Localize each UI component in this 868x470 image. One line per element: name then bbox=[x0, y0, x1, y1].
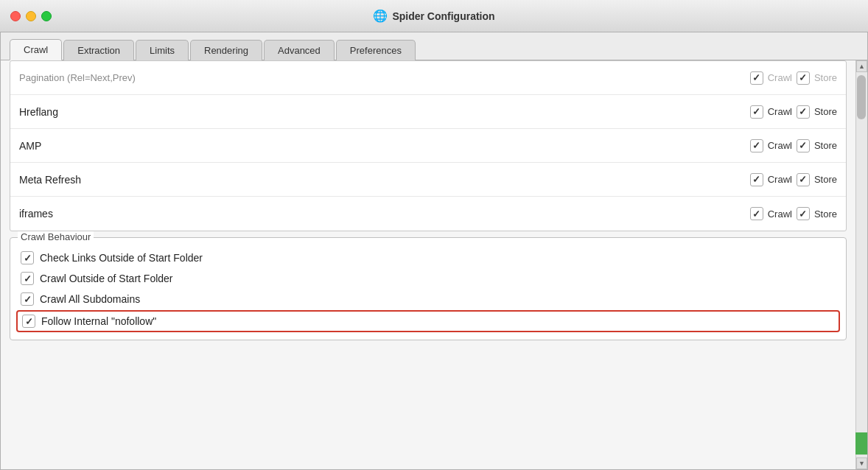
row-controls-hreflang: Crawl Store bbox=[750, 105, 837, 119]
scrollbar-track bbox=[855, 60, 867, 469]
store-checkbox-pagination[interactable] bbox=[797, 71, 810, 85]
crawl-checkbox-meta-refresh[interactable] bbox=[750, 173, 763, 186]
crawl-checkbox-amp[interactable] bbox=[750, 139, 763, 152]
traffic-lights bbox=[10, 11, 52, 21]
crawl-behaviour-section: Crawl Behaviour Check Links Outside of S… bbox=[10, 237, 847, 340]
main-panel: Pagination (Rel=Next,Prev) Crawl Store H… bbox=[1, 60, 867, 469]
section-legend-crawl-behaviour: Crawl Behaviour bbox=[18, 231, 94, 242]
table-row: Hreflang Crawl Store bbox=[10, 95, 846, 129]
crawl-all-subdomains-checkbox[interactable] bbox=[21, 292, 34, 306]
window-title: 🌐 Spider Configuration bbox=[373, 9, 494, 23]
tab-limits[interactable]: Limits bbox=[136, 40, 189, 60]
table-row: Meta Refresh Crawl Store bbox=[10, 163, 846, 197]
tab-advanced[interactable]: Advanced bbox=[264, 40, 335, 60]
row-label-pagination: Pagination (Rel=Next,Prev) bbox=[19, 72, 750, 83]
tab-bar: Crawl Extraction Limits Rendering Advanc… bbox=[1, 32, 867, 60]
follow-nofollow-checkbox[interactable] bbox=[22, 315, 35, 328]
tab-rendering[interactable]: Rendering bbox=[190, 40, 262, 60]
store-label-hreflang: Store bbox=[814, 106, 837, 117]
maximize-button[interactable] bbox=[41, 11, 52, 21]
store-label-meta-refresh: Store bbox=[814, 174, 837, 185]
crawl-checkbox-iframes[interactable] bbox=[750, 207, 763, 220]
list-item: Crawl Outside of Start Folder bbox=[21, 272, 836, 285]
scrollbar-thumb[interactable] bbox=[857, 75, 866, 119]
row-label-meta-refresh: Meta Refresh bbox=[19, 174, 750, 186]
row-controls-iframes: Crawl Store bbox=[750, 207, 837, 220]
row-controls-pagination: Crawl Store bbox=[750, 71, 837, 85]
row-controls-meta-refresh: Crawl Store bbox=[750, 173, 837, 186]
crawl-checkbox-hreflang[interactable] bbox=[750, 105, 763, 119]
crawl-label-hreflang: Crawl bbox=[768, 106, 792, 117]
tab-preferences[interactable]: Preferences bbox=[336, 40, 416, 60]
crawl-label-iframes: Crawl bbox=[768, 208, 792, 220]
scrollbar-green-indicator bbox=[855, 432, 867, 455]
scrollbar-down-button[interactable] bbox=[856, 457, 867, 469]
store-checkbox-amp[interactable] bbox=[797, 139, 810, 152]
list-item: Check Links Outside of Start Folder bbox=[21, 251, 836, 264]
follow-nofollow-label: Follow Internal "nofollow" bbox=[41, 315, 156, 327]
check-links-outside-checkbox[interactable] bbox=[21, 251, 34, 264]
close-button[interactable] bbox=[10, 11, 21, 21]
crawl-all-subdomains-label: Crawl All Subdomains bbox=[40, 293, 140, 305]
scrollbar-up-button[interactable] bbox=[856, 60, 867, 72]
crawl-label-amp: Crawl bbox=[768, 140, 792, 151]
title-bar: 🌐 Spider Configuration bbox=[0, 0, 868, 32]
list-item: Follow Internal "nofollow" bbox=[16, 310, 840, 332]
crawl-label-pagination: Crawl bbox=[768, 72, 792, 83]
globe-icon: 🌐 bbox=[373, 9, 388, 23]
row-label-iframes: iframes bbox=[19, 208, 750, 220]
list-item: Crawl All Subdomains bbox=[21, 292, 836, 306]
check-links-outside-label: Check Links Outside of Start Folder bbox=[40, 252, 203, 264]
store-checkbox-iframes[interactable] bbox=[797, 207, 810, 220]
table-row: AMP Crawl Store bbox=[10, 129, 846, 163]
tab-extraction[interactable]: Extraction bbox=[63, 40, 134, 60]
store-checkbox-hreflang[interactable] bbox=[797, 105, 810, 119]
row-label-hreflang: Hreflang bbox=[19, 106, 750, 118]
crawl-outside-label: Crawl Outside of Start Folder bbox=[40, 273, 173, 284]
store-label-iframes: Store bbox=[814, 208, 837, 220]
table-row: iframes Crawl Store bbox=[10, 197, 846, 231]
content-area: Pagination (Rel=Next,Prev) Crawl Store H… bbox=[1, 60, 867, 469]
store-checkbox-meta-refresh[interactable] bbox=[797, 173, 810, 186]
crawl-outside-checkbox[interactable] bbox=[21, 272, 34, 285]
window-body: Crawl Extraction Limits Rendering Advanc… bbox=[0, 32, 868, 470]
links-table-section: Pagination (Rel=Next,Prev) Crawl Store H… bbox=[10, 60, 847, 231]
crawl-label-meta-refresh: Crawl bbox=[768, 174, 792, 185]
table-row: Pagination (Rel=Next,Prev) Crawl Store bbox=[10, 61, 846, 95]
store-label-pagination: Store bbox=[814, 72, 837, 83]
tab-crawl[interactable]: Crawl bbox=[10, 39, 62, 60]
minimize-button[interactable] bbox=[26, 11, 36, 21]
behaviour-items: Check Links Outside of Start Folder Craw… bbox=[21, 251, 836, 329]
row-label-amp: AMP bbox=[19, 140, 750, 152]
crawl-checkbox-pagination[interactable] bbox=[750, 71, 763, 85]
store-label-amp: Store bbox=[814, 140, 837, 151]
row-controls-amp: Crawl Store bbox=[750, 139, 837, 152]
